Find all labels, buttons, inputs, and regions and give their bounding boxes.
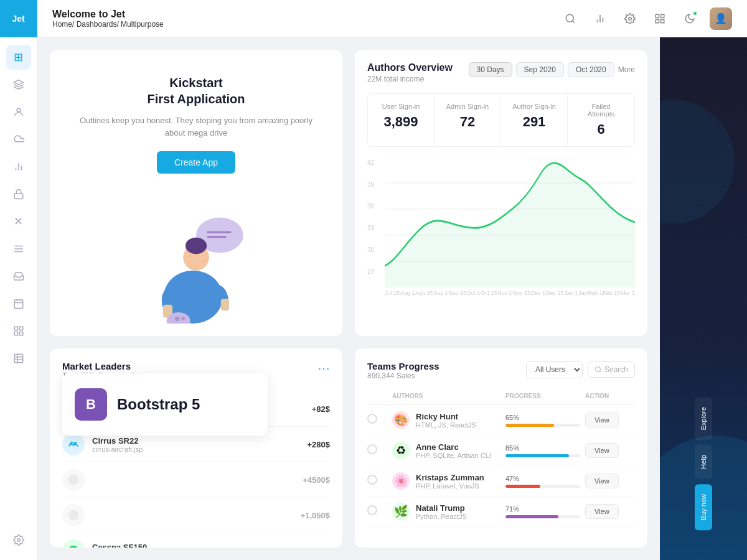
authors-header: Authors Overview 22M total income 30 Day…	[367, 62, 635, 83]
bootstrap-overlay: B Bootstrap 5	[62, 373, 268, 436]
authors-title: Authors Overview	[367, 62, 453, 73]
sidebar-item-list[interactable]	[6, 236, 31, 261]
sidebar-item-layers[interactable]	[6, 72, 31, 97]
moon-icon[interactable]	[680, 9, 700, 29]
team-row-natali: 🌿 Natali Trump Python, ReactJS 71%	[367, 497, 635, 527]
sidebar-item-cloud[interactable]	[6, 127, 31, 152]
svg-line-22	[572, 21, 574, 22]
view-natali-button[interactable]: View	[585, 504, 619, 519]
checkbox-natali[interactable]	[367, 505, 377, 515]
market-row-cessna: Cessna SF150 cessna-aircraft-class.jsp +…	[62, 533, 330, 548]
search-icon-teams	[594, 366, 602, 373]
tab-30days[interactable]: 30 Days	[469, 62, 512, 77]
cirrus-icon	[62, 433, 85, 455]
tab-oct2020[interactable]: Oct 2020	[568, 62, 614, 77]
kristaps-avatar: 🌸	[392, 472, 410, 490]
search-icon[interactable]	[560, 9, 580, 29]
grid-icon[interactable]	[650, 9, 670, 29]
checkbox-ricky[interactable]	[367, 414, 377, 424]
svg-rect-16	[14, 354, 23, 363]
content: Kickstart First Application Outlines kee…	[37, 37, 747, 560]
sidebar-item-calendar[interactable]	[6, 291, 31, 316]
svg-point-56	[595, 367, 600, 372]
analytics-icon[interactable]	[590, 9, 610, 29]
view-kristaps-button[interactable]: View	[585, 474, 619, 488]
sidebar-item-chart[interactable]	[6, 154, 31, 179]
topbar-left: Welcome to Jet Home/ Dashboards/ Multipu…	[52, 9, 164, 29]
svg-rect-8	[14, 300, 23, 309]
line-chart	[385, 157, 635, 287]
settings-topbar-icon[interactable]	[620, 9, 640, 29]
item4-icon	[62, 504, 85, 526]
blob2	[660, 100, 735, 224]
right-panel: Explore Help Buy now	[660, 37, 747, 560]
svg-rect-41	[221, 299, 229, 310]
help-button[interactable]: Help	[695, 445, 712, 479]
explore-button[interactable]: Explore	[695, 397, 712, 440]
market-more-icon[interactable]: ⋯	[317, 361, 330, 376]
svg-rect-14	[14, 332, 17, 335]
sidebar-item-table[interactable]	[6, 346, 31, 371]
svg-point-55	[68, 546, 79, 548]
page-title: Welcome to Jet	[52, 9, 164, 20]
sidebar-logo[interactable]: Jet	[0, 0, 37, 37]
svg-point-53	[68, 475, 79, 485]
natali-avatar: 🌿	[392, 503, 410, 520]
svg-rect-4	[14, 194, 23, 198]
teams-title: Teams Progress	[367, 361, 439, 371]
sidebar-bottom	[6, 520, 31, 560]
kickstart-description: Outlines keep you honest. They stoping y…	[68, 114, 324, 139]
teams-progress-card: Teams Progress 890,344 Sales All Users S…	[355, 348, 647, 548]
teams-subtitle: 890,344 Sales	[367, 371, 439, 380]
svg-point-44	[181, 317, 185, 320]
anne-avatar: ♻	[392, 442, 410, 459]
team-row-ricky: 🎨 Ricky Hunt HTML, JS, ReactJS 65%	[367, 405, 635, 436]
ricky-avatar: 🎨	[392, 411, 410, 429]
sidebar-item-user[interactable]	[6, 100, 31, 124]
sidebar-item-dashboard[interactable]: ⊞	[6, 45, 31, 70]
market-row-item4: +1,050$	[62, 498, 330, 533]
topbar: Welcome to Jet Home/ Dashboards/ Multipu…	[37, 0, 747, 37]
stats-row: User Sign-in 3,899 Admin Sign-in 72 Auth…	[367, 93, 635, 147]
market-row-item3: +4500$	[62, 462, 330, 498]
settings-icon[interactable]	[6, 528, 31, 553]
svg-rect-30	[661, 19, 664, 22]
svg-rect-12	[14, 327, 17, 330]
kickstart-card: Kickstart First Application Outlines kee…	[50, 50, 342, 336]
view-ricky-button[interactable]: View	[585, 413, 619, 427]
item3-icon	[62, 469, 85, 491]
view-anne-button[interactable]: View	[585, 443, 619, 458]
tab-sep2020[interactable]: Sep 2020	[516, 62, 564, 77]
svg-rect-27	[655, 14, 659, 17]
authors-card: Authors Overview 22M total income 30 Day…	[355, 50, 647, 336]
team-row-kristaps: 🌸 Kristaps Zumman PHP, Laravel, VueJS 47…	[367, 466, 635, 497]
create-app-button[interactable]: Create App	[157, 151, 235, 174]
checkbox-anne[interactable]	[367, 444, 377, 454]
buy-now-button[interactable]: Buy now	[695, 484, 712, 530]
sidebar-item-inbox[interactable]	[6, 264, 31, 289]
main-content: Kickstart First Application Outlines kee…	[37, 37, 660, 560]
tab-more[interactable]: More	[618, 65, 635, 74]
all-users-select[interactable]: All Users	[526, 361, 583, 378]
tab-group: 30 Days Sep 2020 Oct 2020 More	[469, 62, 635, 77]
bootstrap-text: Bootstrap 5	[117, 396, 200, 413]
kickstart-title: Kickstart First Application	[147, 75, 245, 107]
svg-point-26	[629, 17, 632, 20]
checkbox-kristaps[interactable]	[367, 475, 377, 485]
sidebar-item-close[interactable]: ✕	[6, 209, 31, 234]
avatar[interactable]: 👤	[710, 7, 732, 30]
svg-point-0	[17, 108, 21, 112]
bootstrap-icon: B	[75, 388, 107, 421]
svg-rect-15	[19, 332, 22, 335]
svg-point-38	[186, 238, 207, 254]
breadcrumb: Home/ Dashboards/ Multipurpose	[52, 20, 164, 29]
sidebar-item-grid2[interactable]	[6, 319, 31, 343]
authors-subtitle: 22M total income	[367, 75, 453, 83]
svg-rect-13	[19, 327, 22, 330]
svg-rect-28	[661, 14, 664, 17]
market-leaders-title: Market Leaders	[62, 361, 145, 371]
svg-point-20	[17, 539, 20, 542]
sidebar-item-lock[interactable]	[6, 182, 31, 207]
topbar-right: 👤	[560, 7, 732, 30]
stat-failed-attempts: Failed Attempts 6	[568, 94, 634, 146]
